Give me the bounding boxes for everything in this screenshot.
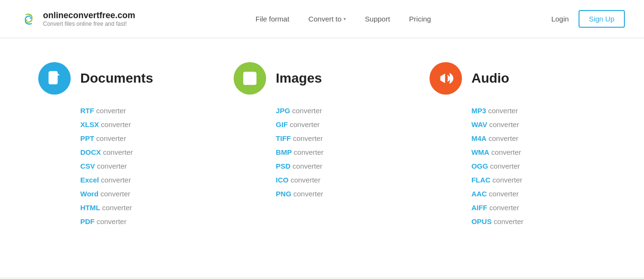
format-suffix-wma: converter <box>489 148 521 156</box>
logo-text-block: onlineconvertfree.com Convert files onli… <box>43 11 135 27</box>
main-nav: File format Convert to ▾ Support Pricing <box>135 15 551 23</box>
documents-converter-list: RTF converterXLSX converterPPT converter… <box>38 107 215 225</box>
category-images: ImagesJPG converterGIF converterTIFF con… <box>234 62 410 225</box>
converter-item-wav[interactable]: WAV converter <box>472 120 606 129</box>
format-suffix-mp3: converter <box>486 107 518 115</box>
format-suffix-xlsx: converter <box>99 120 131 129</box>
format-suffix-wav: converter <box>487 120 519 129</box>
converter-item-html[interactable]: HTML converter <box>80 204 215 212</box>
converter-item-word[interactable]: Word converter <box>80 190 215 198</box>
svg-marker-7 <box>440 74 445 83</box>
converter-item-tiff[interactable]: TIFF converter <box>276 134 410 142</box>
categories-grid: DocumentsRTF converterXLSX converterPPT … <box>38 62 606 225</box>
format-name-aiff: AIFF <box>472 204 487 212</box>
format-suffix-png: converter <box>291 190 323 198</box>
format-name-mp3: MP3 <box>472 107 486 115</box>
converter-item-ico[interactable]: ICO converter <box>276 176 410 184</box>
converter-item-aac[interactable]: AAC converter <box>472 190 606 198</box>
converter-item-excel[interactable]: Excel converter <box>80 176 215 184</box>
format-suffix-aiff: converter <box>487 204 519 212</box>
category-header-images: Images <box>234 62 410 95</box>
format-name-jpg: JPG <box>276 107 290 115</box>
converter-item-pdf[interactable]: PDF converter <box>80 217 215 225</box>
converter-item-wma[interactable]: WMA converter <box>472 148 606 156</box>
format-name-ico: ICO <box>276 176 289 184</box>
converter-item-psd[interactable]: PSD converter <box>276 162 410 170</box>
format-name-pdf: PDF <box>80 217 95 225</box>
format-name-ppt: PPT <box>80 134 94 142</box>
format-name-ogg: OGG <box>472 162 488 170</box>
format-suffix-excel: converter <box>99 176 131 184</box>
format-suffix-html: converter <box>100 204 132 212</box>
format-name-xlsx: XLSX <box>80 120 99 129</box>
converter-item-ppt[interactable]: PPT converter <box>80 134 215 142</box>
format-name-wav: WAV <box>472 120 487 129</box>
format-suffix-aac: converter <box>487 190 519 198</box>
audio-icon <box>429 62 462 95</box>
format-suffix-psd: converter <box>290 162 322 170</box>
format-suffix-rtf: converter <box>94 107 126 115</box>
format-name-opus: OPUS <box>472 217 492 225</box>
format-suffix-word: converter <box>98 190 130 198</box>
format-name-wma: WMA <box>472 148 490 156</box>
format-name-excel: Excel <box>80 176 99 184</box>
format-name-rtf: RTF <box>80 107 94 115</box>
format-name-html: HTML <box>80 204 100 212</box>
category-documents: DocumentsRTF converterXLSX converterPPT … <box>38 62 215 225</box>
format-name-word: Word <box>80 190 98 198</box>
signup-button[interactable]: Sign Up <box>579 10 625 28</box>
format-name-m4a: M4A <box>472 134 487 142</box>
format-name-docx: DOCX <box>80 148 101 156</box>
logo-icon <box>19 10 38 29</box>
svg-point-0 <box>19 10 38 29</box>
format-suffix-ogg: converter <box>488 162 520 170</box>
chevron-down-icon: ▾ <box>343 16 346 21</box>
format-name-psd: PSD <box>276 162 290 170</box>
format-suffix-ppt: converter <box>94 134 126 142</box>
format-name-bmp: BMP <box>276 148 291 156</box>
images-title: Images <box>276 71 322 86</box>
format-suffix-flac: converter <box>491 176 523 184</box>
converter-item-ogg[interactable]: OGG converter <box>472 162 606 170</box>
category-header-documents: Documents <box>38 62 215 95</box>
category-audio: AudioMP3 converterWAV converterM4A conve… <box>429 62 606 225</box>
converter-item-xlsx[interactable]: XLSX converter <box>80 120 215 129</box>
converter-item-png[interactable]: PNG converter <box>276 190 410 198</box>
logo-subtitle: Convert files online free and fast! <box>43 21 135 27</box>
format-suffix-opus: converter <box>492 217 524 225</box>
converter-item-rtf[interactable]: RTF converter <box>80 107 215 115</box>
audio-title: Audio <box>472 71 509 86</box>
format-suffix-jpg: converter <box>290 107 322 115</box>
format-name-aac: AAC <box>472 190 487 198</box>
nav-pricing[interactable]: Pricing <box>409 15 431 23</box>
nav-convert-to-label: Convert to <box>309 15 342 23</box>
header: onlineconvertfree.com Convert files onli… <box>0 0 644 38</box>
format-suffix-docx: converter <box>101 148 133 156</box>
format-suffix-bmp: converter <box>292 148 324 156</box>
converter-item-mp3[interactable]: MP3 converter <box>472 107 606 115</box>
auth-area: Login Sign Up <box>551 10 625 28</box>
format-name-flac: FLAC <box>472 176 491 184</box>
converter-item-aiff[interactable]: AIFF converter <box>472 204 606 212</box>
converter-item-docx[interactable]: DOCX converter <box>80 148 215 156</box>
converter-item-gif[interactable]: GIF converter <box>276 120 410 129</box>
documents-icon <box>38 62 71 95</box>
format-suffix-pdf: converter <box>95 217 127 225</box>
converter-item-bmp[interactable]: BMP converter <box>276 148 410 156</box>
nav-file-format[interactable]: File format <box>256 15 290 23</box>
converter-item-m4a[interactable]: M4A converter <box>472 134 606 142</box>
logo-area: onlineconvertfree.com Convert files onli… <box>19 10 135 29</box>
format-suffix-gif: converter <box>288 120 320 129</box>
converter-item-jpg[interactable]: JPG converter <box>276 107 410 115</box>
nav-support[interactable]: Support <box>365 15 390 23</box>
format-name-png: PNG <box>276 190 291 198</box>
documents-title: Documents <box>80 71 153 86</box>
category-header-audio: Audio <box>429 62 606 95</box>
nav-convert-to[interactable]: Convert to ▾ <box>309 15 346 23</box>
login-link[interactable]: Login <box>551 15 569 23</box>
converter-item-csv[interactable]: CSV converter <box>80 162 215 170</box>
format-suffix-m4a: converter <box>486 134 518 142</box>
converter-item-flac[interactable]: FLAC converter <box>472 176 606 184</box>
converter-item-opus[interactable]: OPUS converter <box>472 217 606 225</box>
logo-title: onlineconvertfree.com <box>43 11 135 21</box>
